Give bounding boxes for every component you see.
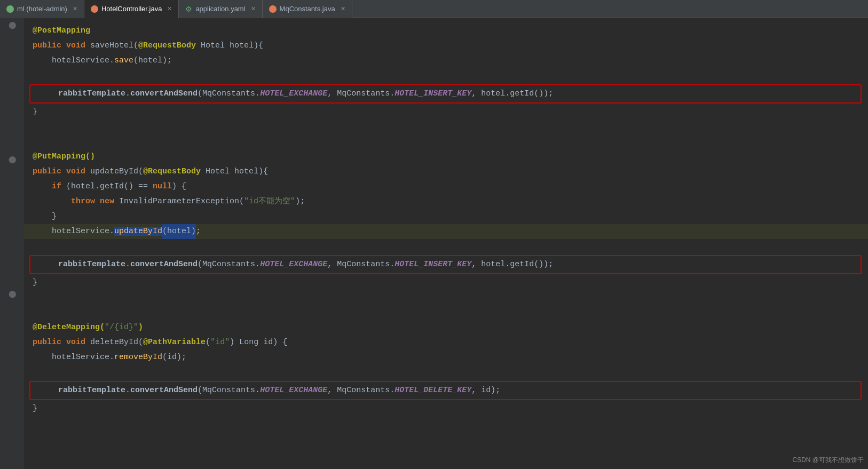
- box-highlight-save: rabbitTemplate.convertAndSend(MqConstant…: [29, 84, 862, 104]
- gutter-line-9: [4, 138, 20, 153]
- line-save-hotel-sig: public void saveHotel(@RequestBody Hotel…: [24, 38, 868, 53]
- gutter-line-19: ⬤: [4, 287, 20, 302]
- line-if-close: }: [24, 209, 868, 224]
- line-delete-sig: public void deleteById(@PathVariable("id…: [24, 335, 868, 350]
- line-blank-3: [24, 134, 868, 149]
- gutter-line-17: [4, 257, 20, 272]
- tab-hotel-controller[interactable]: HotelController.java ✕: [84, 0, 179, 18]
- gutter-line-18: [4, 272, 20, 287]
- tab-mq-constants[interactable]: MqConstants.java ✕: [263, 0, 352, 18]
- watermark: CSDN @可我不想做饼干: [792, 456, 864, 465]
- line-close-delete: }: [24, 401, 868, 416]
- gutter-line-12: [4, 182, 20, 197]
- gutter-line-15: [4, 227, 20, 242]
- gutter-line-4: [4, 63, 20, 78]
- line-rabbit-save: rabbitTemplate.convertAndSend(MqConstant…: [30, 86, 861, 101]
- line-hotel-service-update: hotelService.updateById(hotel);: [24, 224, 868, 239]
- tab-mq-constants-icon: [269, 5, 277, 13]
- tab-hotel-controller-label: HotelController.java: [101, 5, 162, 13]
- gutter-line-22: [4, 332, 20, 347]
- line-rabbit-update: rabbitTemplate.convertAndSend(MqConstant…: [30, 257, 861, 272]
- line-blank-4: [24, 239, 868, 254]
- tab-application-yaml-label: application.yaml: [195, 5, 245, 13]
- line-blank-5: [24, 290, 868, 305]
- gutter-line-23: [4, 347, 20, 362]
- gutter-line-11: [4, 168, 20, 182]
- line-throw: throw new InvalidParameterException("id不…: [24, 194, 868, 209]
- gutter-line-3: [4, 48, 20, 63]
- tab-bar: ml (hotel-admin) ✕ HotelController.java …: [0, 0, 868, 18]
- gutter-line-10: ⬤: [4, 153, 20, 168]
- line-post-mapping: @PostMapping: [24, 23, 868, 38]
- tab-xml[interactable]: ml (hotel-admin) ✕: [0, 0, 84, 18]
- tab-application-yaml-close[interactable]: ✕: [251, 5, 256, 12]
- tab-xml-icon: [6, 5, 14, 13]
- gutter-line-14: [4, 212, 20, 227]
- gutter-line-2: [4, 33, 20, 48]
- line-number-gutter: ⬤ ⬤ ⬤: [0, 18, 24, 469]
- gutter-line-26: [4, 392, 20, 407]
- box-highlight-update: rabbitTemplate.convertAndSend(MqConstant…: [29, 255, 862, 274]
- line-hotel-service-save: hotelService.save(hotel);: [24, 53, 868, 68]
- gutter-line-5: [4, 78, 20, 93]
- editor: ⬤ ⬤ ⬤: [0, 18, 868, 469]
- tab-mq-constants-close[interactable]: ✕: [341, 5, 345, 12]
- tab-xml-label: ml (hotel-admin): [17, 5, 67, 13]
- gutter-line-7: [4, 108, 20, 123]
- gutter-line-25: [4, 377, 20, 392]
- line-delete-mapping: @DeleteMapping("/{id}"): [24, 320, 868, 335]
- tab-xml-close[interactable]: ✕: [73, 5, 77, 12]
- line-put-mapping: @PutMapping(): [24, 149, 868, 164]
- tab-application-yaml[interactable]: ⚙ application.yaml ✕: [179, 0, 262, 18]
- gutter-line-24: [4, 362, 20, 377]
- gutter-line-20: [4, 302, 20, 317]
- line-blank-7: [24, 365, 868, 380]
- box-highlight-delete: rabbitTemplate.convertAndSend(MqConstant…: [29, 381, 862, 400]
- line-rabbit-delete: rabbitTemplate.convertAndSend(MqConstant…: [30, 383, 861, 398]
- line-hotel-service-remove: hotelService.removeById(id);: [24, 350, 868, 365]
- gutter-line-1: ⬤: [4, 18, 20, 33]
- line-close-save: }: [24, 105, 868, 120]
- gutter-line-8: [4, 123, 20, 138]
- line-blank-1: [24, 68, 868, 83]
- gutter-line-13: [4, 197, 20, 212]
- tab-hotel-controller-icon: [91, 5, 98, 13]
- line-if-null: if (hotel.getId() == null) {: [24, 179, 868, 194]
- gutter-line-27: [4, 407, 20, 422]
- gutter-line-6: [4, 93, 20, 108]
- line-close-update: }: [24, 275, 868, 290]
- line-blank-2: [24, 120, 868, 134]
- tab-mq-constants-label: MqConstants.java: [280, 5, 335, 13]
- gutter-line-21: [4, 317, 20, 332]
- line-blank-6: [24, 305, 868, 320]
- gutter-line-16: [4, 242, 20, 257]
- tab-yaml-decoration: ⚙: [185, 5, 192, 13]
- code-content: @PostMapping public void saveHotel(@Requ…: [24, 18, 868, 469]
- tab-hotel-controller-close[interactable]: ✕: [167, 5, 172, 12]
- line-update-sig: public void updateById(@RequestBody Hote…: [24, 164, 868, 179]
